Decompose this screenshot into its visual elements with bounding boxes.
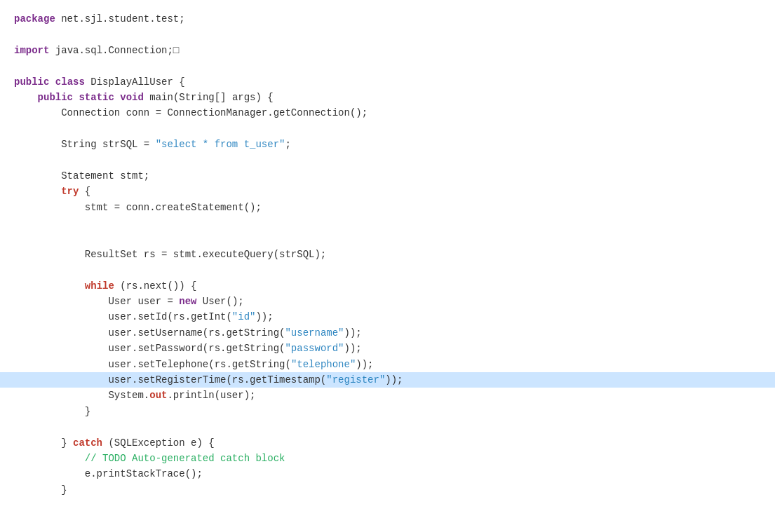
code-line-26: } bbox=[14, 404, 761, 419]
code-line-28: } catch (SQLException e) { bbox=[14, 435, 761, 451]
code-line-19: User user = new User(); bbox=[14, 294, 761, 309]
code-line-17 bbox=[14, 262, 761, 278]
code-line-23: user.setTelephone(rs.getString("telephon… bbox=[14, 357, 761, 372]
code-line-2 bbox=[14, 27, 761, 42]
code-line-22: user.setPassword(rs.getString("password"… bbox=[14, 341, 761, 356]
code-line-9: String strSQL = "select * from t_user"; bbox=[14, 137, 761, 152]
code-line-4 bbox=[14, 58, 761, 74]
code-line-34 bbox=[14, 529, 761, 532]
code-line-29: // TODO Auto-generated catch block bbox=[14, 451, 761, 466]
code-line-10 bbox=[14, 153, 761, 168]
code-line-24-highlighted: user.setRegisterTime(rs.getTimestamp("re… bbox=[0, 372, 775, 388]
code-line-21: user.setUsername(rs.getString("username"… bbox=[14, 325, 761, 341]
code-line-32 bbox=[14, 498, 761, 513]
code-line-31: } bbox=[14, 482, 761, 498]
code-line-15 bbox=[14, 231, 761, 246]
code-line-13: stmt = conn.createStatement(); bbox=[14, 200, 761, 215]
code-line-25: System.out.println(user); bbox=[14, 388, 761, 403]
code-line-6: public static void main(String[] args) { bbox=[14, 90, 761, 105]
code-line-33 bbox=[14, 514, 761, 529]
code-line-11: Statement stmt; bbox=[14, 168, 761, 184]
code-line-18: while (rs.next()) { bbox=[14, 278, 761, 294]
code-editor: package net.sjl.student.test; import jav… bbox=[0, 0, 775, 532]
code-line-20: user.setId(rs.getInt("id")); bbox=[14, 309, 761, 325]
code-line-5: public class DisplayAllUser { bbox=[14, 74, 761, 90]
code-line-16: ResultSet rs = stmt.executeQuery(strSQL)… bbox=[14, 247, 761, 262]
code-line-3: import java.sql.Connection;□ bbox=[14, 43, 761, 58]
code-line-27 bbox=[14, 419, 761, 435]
code-line-12: try { bbox=[14, 184, 761, 199]
code-line-8 bbox=[14, 121, 761, 137]
code-line-30: e.printStackTrace(); bbox=[14, 466, 761, 482]
code-line-1: package net.sjl.student.test; bbox=[14, 11, 761, 27]
code-line-7: Connection conn = ConnectionManager.getC… bbox=[14, 105, 761, 121]
code-line-14 bbox=[14, 215, 761, 231]
